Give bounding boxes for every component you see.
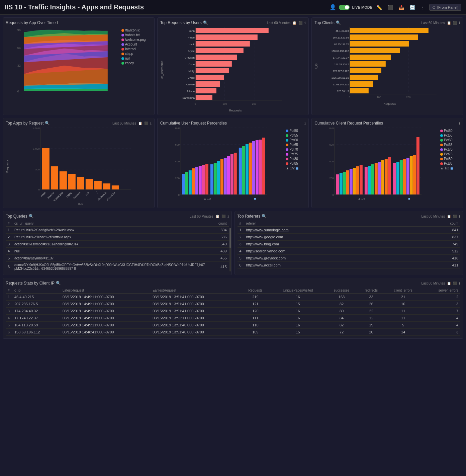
info-icon-referers[interactable]: ℹ [459,215,460,218]
successes-value: 82 [325,301,357,308]
copy-icon[interactable]: 📋 [292,21,296,25]
table-row: 1 ReturnUrl=%2fConfigWeb%2fAudit.aspx 59… [6,227,229,234]
info-icon[interactable]: ℹ [57,20,59,25]
legend-pct85-client: Pct85 [440,162,460,165]
x-axis-app-label: app [10,202,152,205]
filter-icon-queries[interactable]: ⬛ [221,215,225,218]
svg-rect-128 [416,137,420,194]
svg-text:Internal: Internal [47,191,55,199]
bar-samantha [195,95,212,100]
y-label-0: 0 [17,90,19,93]
svg-rect-91 [262,138,265,194]
legend-zapoy: zapoy [121,61,152,65]
copy-icon-referers[interactable]: 📋 [447,215,451,218]
svg-rect-114 [368,166,371,194]
svg-rect-72 [195,167,198,194]
search-icon-queries[interactable]: 🔍 [29,214,34,219]
svg-rect-76 [210,164,213,194]
col-num-queries: # [6,221,12,227]
svg-text:/favicon.ic: /favicon.ic [97,191,107,201]
copy-icon-stats[interactable]: 📋 [447,282,451,285]
svg-rect-123 [400,160,403,194]
svg-text:17.174.122.37: 17.174.122.37 [333,56,349,59]
server-errors-value: 2 [422,294,460,301]
query-value: d=matDYI9n9jHJKoO9LS5piBieOPEYeOvHw558lv… [12,262,207,272]
edit-icon[interactable]: ✏️ [375,4,383,11]
info-icon-stats[interactable]: ℹ [459,282,460,285]
server-errors-value: 4 [422,315,460,322]
info-icon-cu[interactable]: ℹ [304,122,306,125]
scroll-bar-queries[interactable] [229,228,231,271]
client-errors-value: 11 [385,315,422,322]
svg-rect-117 [378,162,381,194]
svg-text:156.74.250.7: 156.74.250.7 [334,63,349,66]
referer-value[interactable]: http://www.greylock.com [244,255,410,262]
referer-value[interactable]: http://search.yahoo.com [244,248,410,255]
filter-icon[interactable]: ⬛ [386,4,394,11]
filter-icon-stats[interactable]: ⬛ [453,282,457,285]
search-icon[interactable]: 🔍 [203,20,208,25]
refresh-icon[interactable]: 🔄 [408,4,416,11]
filter-icon2[interactable]: ⬛ [298,21,302,25]
svg-rect-120 [388,157,391,194]
from-panel-button[interactable]: ⏱ [From Panel] [429,4,461,11]
client-errors-value: 21 [385,294,422,301]
referers-table: # referer _count 1 http://www.sumologic.… [238,221,461,269]
row-num: 3 [6,241,12,248]
x-label-3: 02:30 PM [79,93,91,94]
legend-pct50-client: Pct50 [440,129,460,133]
search-icon-apps[interactable]: 🔍 [45,121,50,126]
search-icon-referers[interactable]: 🔍 [262,214,267,219]
successes-value: 82 [325,322,357,329]
live-mode-toggle[interactable] [339,5,350,10]
referer-value[interactable]: http://www.google.com [244,234,410,241]
referer-value[interactable]: http://www.bing.com [244,241,410,248]
svg-rect-127 [413,155,416,194]
search-icon-stats[interactable]: 🔍 [56,281,61,286]
x-axis-clients-label: Requests [319,102,460,105]
info-icon-queries[interactable]: ℹ [227,215,229,218]
svg-rect-107 [343,172,346,194]
svg-rect-74 [202,165,205,194]
copy-icon-apps[interactable]: 📋 [138,122,142,125]
filter-icon-referers[interactable]: ⬛ [453,215,457,218]
info-icon-cc[interactable]: ℹ [459,122,460,125]
more-icon[interactable]: ⋮ [419,4,427,11]
info-icon2[interactable]: ℹ [304,21,306,25]
search-icon-clients[interactable]: 🔍 [336,20,341,25]
top-apps-panel: Top Apps by Request 🔍 Last 60 Minutes 📋 … [3,118,155,208]
legend-pct55-user: Pct55 [286,134,306,137]
count-value: 586 [207,234,228,241]
row3: Top Queries 🔍 Last 60 Minutes 📋 ⬛ ℹ # cs… [0,211,466,278]
legend-pct70-user: Pct70 [286,148,306,151]
table-row: 5 164.113.20.59 03/15/2019 14:49:11:000 … [6,322,460,329]
filter-icon-clients[interactable]: ⬛ [453,21,457,25]
earliest-value: 03/15/2019 13:52:11:000 -0700 [151,315,241,322]
copy-icon-queries[interactable]: 📋 [215,215,219,218]
redirects-value: 33 [358,294,385,301]
svg-rect-73 [198,166,201,194]
bar-molly [195,68,229,73]
svg-text:0: 0 [38,188,40,191]
cumulative-user-title: Cumulative User Request Percentiles ℹ [160,121,306,126]
requests-value: 110 [241,322,270,329]
filter-icon-apps[interactable]: ⬛ [144,122,148,125]
svg-text:◼: ◼ [408,197,410,200]
earliest-value: 03/15/2019 13:51:41:000 -0700 [151,301,241,308]
svg-text:Paige: Paige [188,36,195,39]
info-icon-apps[interactable]: ℹ [150,122,152,125]
cumulative-client-chart: 800 600 400 200 0 [314,128,438,205]
query-value: ReturnUrl=%2fTrade%2fPortfolio.aspx [12,234,207,241]
share-icon[interactable]: 📤 [397,4,405,11]
referer-value[interactable]: http://www.accel.com [244,262,410,269]
info-icon-clients[interactable]: ℹ [459,21,460,25]
unique-value: 16 [270,315,326,322]
cumulative-user-panel: Cumulative User Request Percentiles ℹ 80… [157,118,309,208]
copy-icon-clients[interactable]: 📋 [447,21,451,25]
table-row: 3 http://www.bing.com 749 [238,241,461,248]
svg-text:Molly: Molly [188,70,195,73]
svg-rect-106 [340,173,343,194]
referer-value[interactable]: http://www.sumologic.com [244,227,410,234]
svg-rect-121 [393,163,396,194]
svg-text:164.113.20.59: 164.113.20.59 [333,36,349,39]
